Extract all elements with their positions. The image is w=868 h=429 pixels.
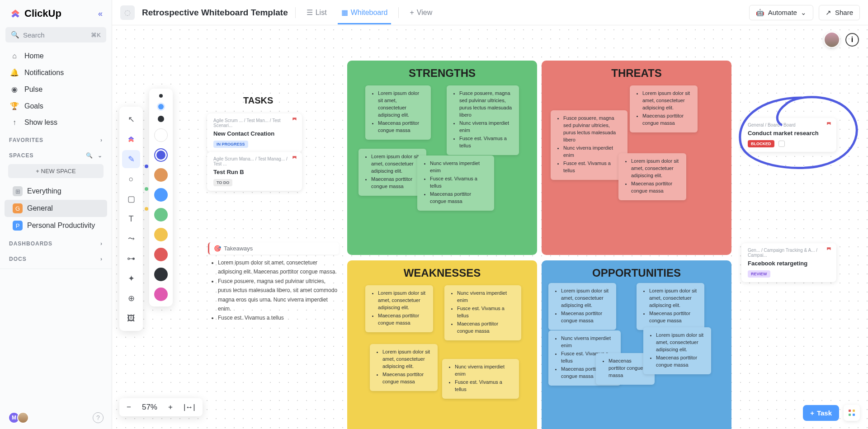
sidebar: ClickUp « 🔍 Search ⌘K ⌂Home 🔔Notificatio…	[0, 0, 112, 429]
takeaways-heading[interactable]: 🎯 Takeaways	[208, 242, 339, 255]
tool-image[interactable]: 🖼	[122, 309, 140, 327]
svg-rect-0	[849, 410, 851, 412]
svg-rect-1	[853, 410, 855, 412]
search-input[interactable]: 🔍 Search ⌘K	[5, 27, 106, 42]
search-icon: 🔍	[11, 31, 19, 39]
task-2-title: Test Run B	[213, 169, 296, 175]
user-avatar[interactable]	[824, 32, 840, 48]
home-icon: ⌂	[10, 52, 19, 60]
docs-header[interactable]: DOCS›	[0, 250, 112, 269]
tool-text[interactable]: T	[122, 210, 140, 228]
collapse-sidebar-icon[interactable]: «	[98, 9, 103, 19]
chevron-down-icon: ⌄	[801, 9, 807, 17]
zoom-in-button[interactable]: +	[168, 403, 173, 412]
share-icon: ↗	[826, 9, 831, 17]
search-shortcut: ⌘K	[91, 32, 101, 38]
chevron-right-icon: ›	[100, 240, 103, 247]
info-icon[interactable]: i	[845, 33, 859, 47]
quad-threats[interactable]: THREATS Lorem ipsum dolor sit amet, cons…	[542, 61, 731, 255]
new-space-button[interactable]: + NEW SPACE	[8, 164, 104, 178]
color-pink[interactable]	[154, 288, 168, 301]
color-lightblue[interactable]	[154, 188, 168, 202]
task-2-status: TO DO	[213, 179, 232, 186]
trophy-icon: 🏆	[10, 102, 19, 110]
tab-list[interactable]: ☰List	[303, 0, 330, 24]
share-button[interactable]: ↗ Share	[819, 5, 860, 20]
color-white[interactable]	[154, 128, 168, 142]
pulse-icon: ◉	[10, 85, 19, 94]
search-placeholder: Search	[23, 31, 45, 39]
chevron-up-icon: ↑	[10, 118, 19, 127]
space-general[interactable]: GGeneral	[5, 200, 107, 217]
pen-size-med[interactable]	[158, 104, 164, 109]
nav-pulse[interactable]: ◉Pulse	[0, 81, 112, 98]
page-title: Retrospective Whiteboard Template	[142, 8, 288, 18]
takeaways-block: 🎯 Takeaways Lorem ipsum dolor sit amet, …	[208, 242, 339, 323]
tool-web[interactable]: ⊕	[122, 289, 140, 307]
card-research[interactable]: General / Board / Board Conduct market r…	[741, 118, 836, 152]
whiteboard-tab-icon: ▦	[341, 8, 348, 17]
color-black[interactable]	[154, 268, 168, 281]
tool-mindmap[interactable]: ⊶	[122, 250, 140, 268]
color-blue[interactable]	[154, 148, 168, 162]
task-card-2[interactable]: Agile Scrum Mana... / Test Manag... / Te…	[207, 152, 302, 191]
help-icon[interactable]: ?	[93, 412, 104, 423]
task-2-breadcrumb: Agile Scrum Mana... / Test Manag... / Te…	[213, 156, 296, 166]
drawing-toolbox: ↖ ✎ ○ ▢ T ⤳ ⊶ ✦ ⊕ 🖼	[119, 107, 143, 331]
workspace-avatars[interactable]: M	[8, 412, 26, 424]
fit-width-button[interactable]: |↔|	[184, 403, 195, 412]
list-icon: ☰	[307, 8, 313, 17]
tool-clickup[interactable]	[122, 130, 140, 148]
apps-button[interactable]	[844, 405, 860, 421]
tool-cursor[interactable]: ↖	[122, 110, 140, 128]
color-orange[interactable]	[154, 168, 168, 182]
zoom-control: − 57% + |↔|	[119, 398, 203, 416]
new-task-button[interactable]: +Task	[803, 405, 839, 421]
space-personal[interactable]: PPersonal Productivity	[5, 217, 107, 234]
tab-whiteboard[interactable]: ▦Whiteboard	[338, 0, 392, 24]
automate-button[interactable]: 🤖 Automate ⌄	[749, 5, 813, 20]
checkbox-icon[interactable]	[778, 141, 785, 147]
plus-icon: +	[410, 9, 414, 17]
add-view-button[interactable]: +View	[406, 1, 436, 24]
space-everything[interactable]: ⊞Everything	[5, 183, 107, 200]
chevron-right-icon: ›	[100, 137, 103, 143]
zoom-value: 57%	[142, 403, 157, 412]
card-facebook[interactable]: Gen... / Campaign Tracking & A... / Camp…	[741, 243, 836, 282]
color-palette	[149, 89, 173, 306]
quad-strengths[interactable]: STRENGTHS Lorem ipsum dolor sit amet, co…	[347, 61, 537, 255]
zoom-out-button[interactable]: −	[127, 403, 131, 412]
nav-goals[interactable]: 🏆Goals	[0, 98, 112, 114]
svg-rect-2	[849, 414, 851, 416]
chevron-down-icon[interactable]: ⌄	[98, 152, 103, 159]
robot-icon: 🤖	[756, 9, 764, 17]
whiteboard-icon[interactable]: ◌	[120, 5, 135, 20]
tool-pen[interactable]: ✎	[122, 150, 140, 168]
nav-home[interactable]: ⌂Home	[0, 48, 112, 64]
task-1-status: IN PROGRESS	[213, 141, 248, 148]
tasks-heading: TASKS	[243, 95, 273, 106]
search-spaces-icon[interactable]: 🔍	[86, 152, 93, 159]
task-1-title: New Contact Creation	[213, 130, 296, 137]
color-red[interactable]	[154, 248, 168, 261]
color-green[interactable]	[154, 208, 168, 222]
task-card-1[interactable]: Agile Scrum ... / Test Man... / Test Sce…	[207, 113, 302, 152]
brand-name: ClickUp	[24, 8, 61, 19]
pen-size-large[interactable]	[158, 116, 164, 122]
color-yellow[interactable]	[154, 228, 168, 241]
dashboards-header[interactable]: DASHBOARDS›	[0, 234, 112, 250]
spaces-header: SPACES 🔍 ⌄	[0, 146, 112, 161]
nav-show-less[interactable]: ↑Show less	[0, 114, 112, 131]
nav-notifications[interactable]: 🔔Notifications	[0, 64, 112, 81]
tool-ai[interactable]: ✦	[122, 269, 140, 288]
brand-logo[interactable]: ClickUp	[9, 7, 61, 20]
tool-sticky[interactable]: ▢	[122, 190, 140, 208]
quad-weaknesses[interactable]: WEAKNESSES Lorem ipsum dolor sit amet, c…	[347, 260, 537, 429]
quad-opportunities[interactable]: OPPORTUNITIES Lorem ipsum dolor sit amet…	[542, 260, 731, 429]
task-1-breadcrumb: Agile Scrum ... / Test Man... / Test Sce…	[213, 118, 296, 128]
tool-shape[interactable]: ○	[122, 170, 140, 188]
whiteboard-canvas[interactable]: i ↖ ✎ ○ ▢ T ⤳ ⊶ ✦ ⊕ 🖼 − 57% + |↔|	[112, 25, 868, 429]
favorites-header[interactable]: FAVORITES ›	[0, 131, 112, 146]
pen-size-small[interactable]	[159, 94, 163, 98]
tool-connector[interactable]: ⤳	[122, 230, 140, 248]
